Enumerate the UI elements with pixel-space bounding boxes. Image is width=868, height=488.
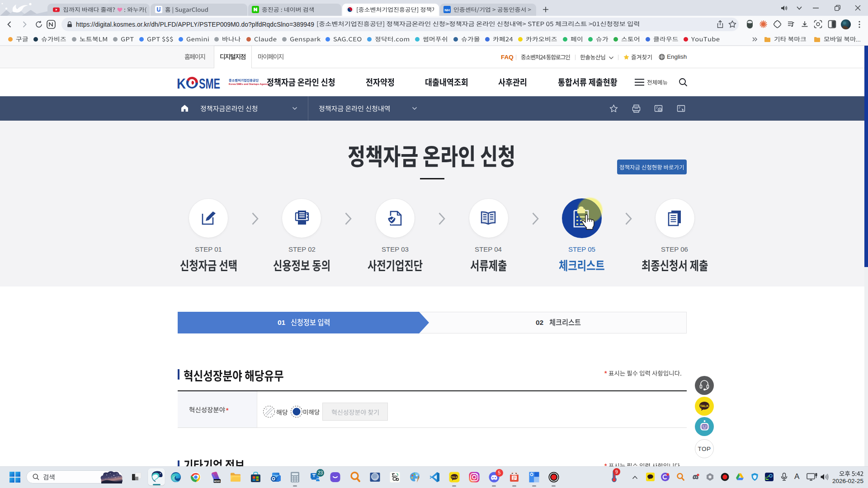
svg-text:TALK: TALK	[451, 476, 458, 479]
svg-text:K: K	[177, 76, 186, 92]
svg-text:NH: NH	[444, 8, 450, 12]
svg-text:M365: M365	[214, 480, 220, 483]
svg-text:SME: SME	[199, 76, 220, 92]
svg-text:PDF: PDF	[512, 474, 516, 476]
svg-text:TALK: TALK	[700, 404, 709, 408]
